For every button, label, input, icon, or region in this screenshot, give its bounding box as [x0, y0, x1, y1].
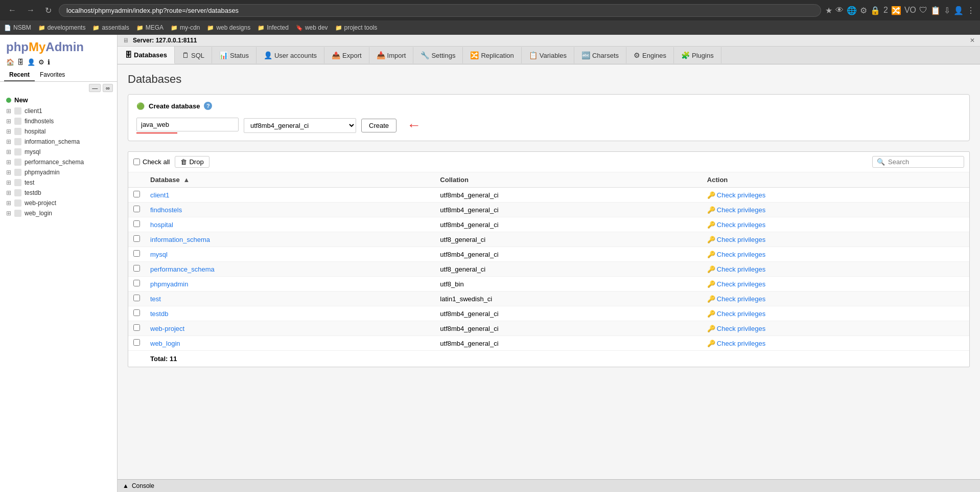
check-privileges-link-performance_schema[interactable]: 🔑 Check privileges [707, 265, 964, 273]
sidebar-db-item-web-project[interactable]: ⊞ web-project [0, 198, 117, 208]
forward-button[interactable]: → [24, 5, 38, 16]
collapse-all-button[interactable]: — [89, 84, 101, 92]
db-link-client1[interactable]: client1 [150, 191, 170, 199]
check-privileges-link-findhostels[interactable]: 🔑 Check privileges [707, 206, 964, 214]
bookmark-developments[interactable]: 📁 developments [38, 24, 86, 31]
nav-tab-engines[interactable]: ⚙ Engines [626, 47, 674, 63]
db-link-mysql[interactable]: mysql [150, 251, 168, 258]
menu-icon[interactable]: ⋮ [967, 6, 975, 15]
row-checkbox-hospital[interactable] [133, 220, 140, 227]
db-link-web-project[interactable]: web-project [150, 325, 184, 332]
row-checkbox-web-project[interactable] [133, 324, 140, 331]
nav-tab-variables[interactable]: 📋 Variables [522, 47, 574, 63]
nav-tab-user-accounts[interactable]: 👤 User accounts [256, 47, 324, 63]
ext-icon5[interactable]: 🔀 [891, 6, 901, 15]
bookmark-nsbm[interactable]: 📄 NSBM [4, 24, 31, 31]
sidebar-db-item-phpmyadmin[interactable]: ⊞ phpmyadmin [0, 167, 117, 177]
db-link-performance_schema[interactable]: performance_schema [150, 265, 215, 273]
user-icon[interactable]: 👤 [27, 58, 35, 66]
ext-icon4[interactable]: 2 [883, 6, 888, 15]
check-privileges-link-mysql[interactable]: 🔑 Check privileges [707, 251, 964, 258]
expand-all-button[interactable]: ∞ [103, 84, 113, 92]
nav-tab-export[interactable]: 📤 Export [324, 47, 369, 63]
drop-button[interactable]: 🗑 Drop [175, 156, 209, 168]
nav-tab-status[interactable]: 📊 Status [212, 47, 256, 63]
sidebar-new-item[interactable]: New [0, 94, 117, 106]
create-button[interactable]: Create [361, 119, 396, 132]
bookmark-assentials[interactable]: 📁 assentials [92, 24, 129, 31]
server-close-button[interactable]: ✕ [970, 37, 975, 44]
db-link-test[interactable]: test [150, 295, 161, 303]
ext-icon2[interactable]: ⚙ [860, 6, 867, 15]
back-button[interactable]: ← [5, 5, 19, 16]
check-privileges-link-hospital[interactable]: 🔑 Check privileges [707, 221, 964, 229]
star-icon[interactable]: ★ [825, 6, 832, 15]
row-checkbox-client1[interactable] [133, 191, 140, 197]
ext-icon1[interactable]: 🌐 [847, 6, 857, 15]
tab-recent[interactable]: Recent [4, 69, 35, 81]
nav-tab-charsets[interactable]: 🔤 Charsets [574, 47, 626, 63]
db-link-hospital[interactable]: hospital [150, 221, 173, 229]
row-checkbox-performance_schema[interactable] [133, 265, 140, 272]
sidebar-db-item-mysql[interactable]: ⊞ mysql [0, 147, 117, 157]
nav-tab-import[interactable]: 📥 Import [369, 47, 414, 63]
check-privileges-link-test[interactable]: 🔑 Check privileges [707, 295, 964, 303]
db-link-web_login[interactable]: web_login [150, 340, 180, 347]
sidebar-db-item-testdb[interactable]: ⊞ testdb [0, 188, 117, 198]
check-privileges-link-information_schema[interactable]: 🔑 Check privileges [707, 236, 964, 243]
row-checkbox-testdb[interactable] [133, 309, 140, 316]
reader-icon[interactable]: 👁 [835, 6, 844, 15]
sidebar-db-item-information_schema[interactable]: ⊞ information_schema [0, 137, 117, 147]
bookmark-projecttools[interactable]: 📁 project tools [335, 24, 378, 31]
row-checkbox-information_schema[interactable] [133, 235, 140, 242]
bookmark-webdesigns[interactable]: 📁 web designs [207, 24, 250, 31]
row-checkbox-findhostels[interactable] [133, 206, 140, 212]
ext-icon8[interactable]: 📋 [930, 6, 941, 15]
bookmark-mycdn[interactable]: 📁 my-cdn [171, 24, 200, 31]
check-privileges-link-web_login[interactable]: 🔑 Check privileges [707, 340, 964, 347]
bookmark-webdev[interactable]: 🔖 web dev [296, 24, 328, 31]
ext-icon6[interactable]: VO [904, 6, 916, 15]
sidebar-db-item-test[interactable]: ⊞ test [0, 177, 117, 188]
row-checkbox-mysql[interactable] [133, 250, 140, 257]
download-icon[interactable]: ⇩ [944, 6, 950, 15]
nav-tab-settings[interactable]: 🔧 Settings [413, 47, 463, 63]
home-icon[interactable]: 🏠 [6, 58, 14, 66]
nav-tab-replication[interactable]: 🔀 Replication [463, 47, 521, 63]
nav-tab-plugins[interactable]: 🧩 Plugins [674, 47, 721, 63]
ext-icon3[interactable]: 🔒 [870, 6, 880, 15]
row-checkbox-test[interactable] [133, 295, 140, 301]
bookmark-infected[interactable]: 📁 Infected [258, 24, 289, 31]
address-bar[interactable] [59, 4, 821, 17]
create-db-name-input[interactable] [136, 118, 239, 131]
collation-select[interactable]: utf8mb4_general_ci [244, 118, 356, 133]
profile-icon[interactable]: 👤 [953, 6, 964, 15]
nav-tab-sql[interactable]: 🗒 SQL [175, 47, 212, 63]
sidebar-db-item-findhostels[interactable]: ⊞ findhostels [0, 116, 117, 126]
check-privileges-link-testdb[interactable]: 🔑 Check privileges [707, 310, 964, 318]
settings-icon[interactable]: ⚙ [38, 58, 44, 66]
reload-button[interactable]: ↻ [42, 5, 55, 16]
console-bar[interactable]: ▲ Console [118, 479, 980, 492]
check-privileges-link-phpmyadmin[interactable]: 🔑 Check privileges [707, 280, 964, 288]
sidebar-db-item-hospital[interactable]: ⊞ hospital [0, 126, 117, 137]
db-link-findhostels[interactable]: findhostels [150, 206, 182, 214]
bookmark-mega[interactable]: 📁 MEGA [136, 24, 164, 31]
info-icon[interactable]: ℹ [48, 58, 50, 66]
check-privileges-link-web-project[interactable]: 🔑 Check privileges [707, 325, 964, 332]
db-link-testdb[interactable]: testdb [150, 310, 168, 318]
th-database[interactable]: Database ▲ [145, 172, 435, 188]
nav-tab-databases[interactable]: 🗄 Databases [118, 47, 175, 64]
ext-icon7[interactable]: 🛡 [919, 6, 927, 15]
create-db-help-icon[interactable]: ? [204, 102, 212, 110]
db-icon[interactable]: 🗄 [17, 58, 24, 66]
search-input[interactable] [888, 158, 960, 166]
sidebar-db-item-web_login[interactable]: ⊞ web_login [0, 208, 117, 218]
tab-favorites[interactable]: Favorites [35, 69, 70, 81]
check-privileges-link-client1[interactable]: 🔑 Check privileges [707, 191, 964, 199]
row-checkbox-web_login[interactable] [133, 339, 140, 346]
db-link-information_schema[interactable]: information_schema [150, 236, 210, 243]
sidebar-db-item-client1[interactable]: ⊞ client1 [0, 106, 117, 116]
db-link-phpmyadmin[interactable]: phpmyadmin [150, 280, 188, 288]
sidebar-db-item-performance_schema[interactable]: ⊞ performance_schema [0, 157, 117, 167]
